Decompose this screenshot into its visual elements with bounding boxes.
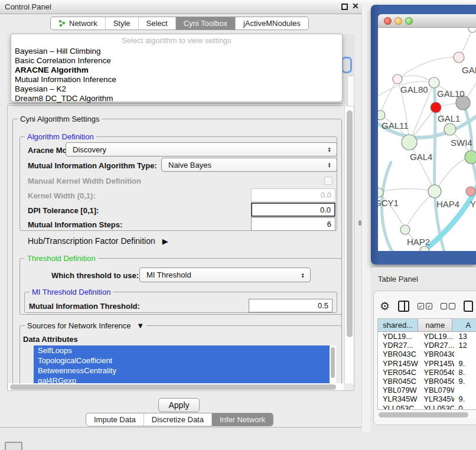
- tab-network[interactable]: Network: [51, 17, 106, 30]
- algorithm-option-aracne-algorithm[interactable]: ARACNE Algorithm: [11, 66, 342, 75]
- algorithm-option-basic-correlation-inference[interactable]: Basic Correlation Inference: [11, 56, 342, 66]
- which-threshold-select[interactable]: MI Threshold ▲▼: [139, 268, 311, 282]
- kernel-width-value: 0.0: [321, 191, 331, 200]
- dpi-tolerance-field[interactable]: 0.0: [251, 203, 335, 217]
- table-cell: YBR045C: [419, 377, 454, 386]
- algorithm-option-bayesian-hill-climbing[interactable]: Bayesian – Hill Climbing: [11, 47, 342, 56]
- table-header-row: shared...nameA: [378, 319, 476, 332]
- mi-threshold-field[interactable]: 0.5: [249, 299, 332, 312]
- tab-label: Select: [146, 19, 168, 28]
- column-header-name[interactable]: name: [418, 319, 452, 331]
- network-edge[interactable]: [435, 157, 471, 191]
- attribute-item-topologicalcoefficient[interactable]: TopologicalCoefficient: [34, 356, 330, 366]
- table-row[interactable]: YLR345WYLR345W9.: [378, 394, 476, 403]
- sources-toggle[interactable]: Sources for Network Inference ▼: [25, 321, 146, 330]
- kernel-width-field[interactable]: 0.0: [251, 188, 335, 202]
- tab-label: Style: [113, 19, 131, 28]
- node-table: shared...nameA YDL19...YDL19...13YDR27..…: [377, 318, 476, 410]
- tab-impute-data[interactable]: Impute Data: [86, 413, 144, 426]
- select-all-checks-icon[interactable]: ✓✓: [418, 303, 432, 309]
- apply-button[interactable]: Apply: [158, 398, 200, 412]
- table-cell: YDL19...: [419, 332, 454, 341]
- tab-jactivemnodules[interactable]: jActiveMNodules: [236, 17, 308, 30]
- aracne-mode-value: Discovery: [73, 145, 106, 154]
- column-header-a[interactable]: A: [452, 319, 476, 331]
- column-header-shared[interactable]: shared...: [378, 319, 418, 331]
- network-node[interactable]: [428, 185, 441, 198]
- tab-cyni-toolbox[interactable]: Cyni Toolbox: [176, 17, 236, 30]
- table-doc-icon[interactable]: [464, 301, 473, 312]
- tab-infer-network[interactable]: Infer Network: [212, 413, 273, 426]
- algorithm-option-mutual-information-inference[interactable]: Mutual Information Inference: [11, 75, 342, 84]
- table-panel-card: ⚙ ✓✓ shared...nameA YDL19...YDL19...13YD…: [373, 291, 476, 425]
- node-label-hap4: HAP4: [436, 199, 459, 209]
- network-window-titlebar[interactable]: [378, 14, 476, 28]
- network-edge[interactable]: [379, 189, 435, 193]
- table-row[interactable]: YBR045CYBR045C9.: [378, 377, 476, 386]
- table-body: YDL19...YDL19...13YDR27...YDR27...12YBR0…: [378, 332, 476, 410]
- node-label-gal4: GAL4: [410, 152, 432, 162]
- network-node[interactable]: [454, 52, 464, 63]
- tab-style[interactable]: Style: [106, 17, 139, 30]
- settings-horizontal-scrollbar[interactable]: [8, 383, 344, 391]
- mi-steps-label: Mutual Information Steps:: [28, 220, 122, 229]
- network-node[interactable]: [468, 28, 476, 32]
- network-edge[interactable]: [380, 79, 397, 115]
- table-row[interactable]: YBR043CYBR043C: [378, 350, 476, 358]
- algorithm-option-bayesian-k2[interactable]: Bayesian – K2: [11, 84, 342, 94]
- manual-kernel-checkbox[interactable]: [324, 177, 332, 185]
- network-edge[interactable]: [409, 142, 435, 191]
- attribute-item-selfloops[interactable]: SelfLoops: [34, 345, 330, 356]
- data-attributes-label: Data Attributes: [23, 335, 78, 344]
- network-node[interactable]: [444, 123, 456, 135]
- table-row[interactable]: YDR27...YDR27...12: [378, 341, 476, 350]
- network-node[interactable]: [466, 187, 475, 196]
- stepper-icon: ▲▼: [328, 162, 331, 168]
- table-cell: YBR043C: [378, 350, 419, 358]
- splitter-handle[interactable]: [358, 220, 361, 226]
- network-edge[interactable]: [405, 191, 435, 230]
- close-icon[interactable]: ✕: [352, 1, 359, 11]
- deselect-all-checks-icon[interactable]: [441, 303, 455, 309]
- table-row[interactable]: YBL079WYBL079W: [378, 386, 476, 394]
- minimize-traffic-light[interactable]: [395, 17, 402, 25]
- network-node[interactable]: [431, 102, 441, 113]
- network-node[interactable]: [402, 135, 417, 150]
- tab-select[interactable]: Select: [139, 17, 176, 30]
- mi-algorithm-type-select[interactable]: Naive Bayes ▲▼: [161, 158, 337, 172]
- zoom-traffic-light[interactable]: [405, 17, 413, 25]
- float-window-icon[interactable]: [341, 4, 348, 10]
- network-node[interactable]: [378, 110, 385, 120]
- dock-panel-icon[interactable]: [5, 442, 22, 450]
- settings-vertical-scrollbar[interactable]: [344, 106, 354, 383]
- node-label-gal1: GAL1: [438, 113, 460, 123]
- table-row[interactable]: YPR145WYPR145W9.: [378, 359, 476, 368]
- table-row[interactable]: YDL19...YDL19...13: [378, 332, 476, 341]
- network-node[interactable]: [429, 77, 439, 88]
- table-cell: YDR27...: [378, 341, 419, 350]
- network-canvas[interactable]: GAL80GAL10GALGAL1GAL11SWI4GAL4GCY1HAP4YH…: [378, 28, 476, 251]
- table-cell: YBR045C: [378, 377, 419, 386]
- algorithm-dropdown-list: Select algorithm to view settings Bayesi…: [11, 34, 343, 102]
- table-row[interactable]: YLL053CYLL053C0.: [378, 404, 476, 410]
- attributes-scrollbar[interactable]: [330, 347, 335, 386]
- attribute-item-betweennesscentrality[interactable]: BetweennessCentrality: [34, 366, 330, 376]
- close-traffic-light[interactable]: [384, 17, 392, 25]
- mi-steps-field[interactable]: 6: [251, 217, 335, 231]
- columns-icon[interactable]: [398, 301, 409, 312]
- gear-icon[interactable]: ⚙: [380, 301, 390, 312]
- hub-definition-toggle[interactable]: Hub/Transcription Factor Definition ▶: [28, 236, 168, 246]
- node-label-gal10: GAL10: [437, 89, 465, 99]
- divider: [8, 103, 344, 104]
- table-row[interactable]: YER054CYER054C8.: [378, 368, 476, 377]
- stepper-icon: ▲▼: [301, 272, 305, 278]
- table-horizontal-scrollbar[interactable]: [377, 411, 476, 419]
- network-node[interactable]: [400, 225, 410, 234]
- algorithm-option-dream8-dc-tdc-algorithm[interactable]: Dream8 DC_TDC Algorithm: [11, 94, 342, 103]
- network-node[interactable]: [465, 151, 476, 164]
- aracne-mode-select[interactable]: Discovery ▲▼: [66, 142, 337, 156]
- tab-discretize-data[interactable]: Discretize Data: [144, 413, 212, 426]
- network-icon: [58, 19, 66, 27]
- network-node[interactable]: [393, 74, 402, 84]
- table-cell: 13: [454, 332, 476, 341]
